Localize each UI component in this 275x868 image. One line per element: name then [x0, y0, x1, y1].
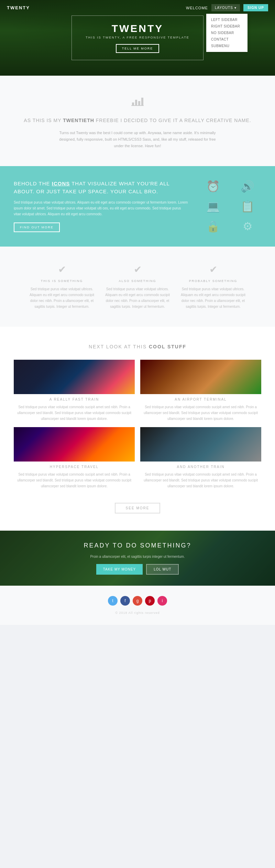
check-icon-2: ✔	[103, 264, 172, 275]
nav-right: WELCOME LAYOUTS ▾ LEFT SIDEBAR RIGHT SID…	[186, 4, 268, 11]
cta-heading: READY TO DO SOMETHING?	[84, 542, 191, 549]
twitter-icon[interactable]: t	[108, 596, 118, 606]
about-body: Turns out Twenty was the best I could co…	[58, 130, 217, 149]
feature-body-3: Sed tristique purus vitae volutpat ultri…	[179, 286, 248, 310]
cta-buttons: TAKE MY MONEY LOL WUT	[84, 564, 191, 575]
speaker-icon: 🔊	[241, 180, 254, 193]
about-heading-bold: TWENTIETH	[63, 118, 94, 123]
feature-body-2: Sed tristique purus vitae volutpat ultri…	[103, 286, 172, 310]
dropdown-item-no-sidebar[interactable]: NO SIDEBAR	[206, 30, 248, 36]
footer-copyright: © 2018 All rights reserved	[7, 611, 268, 615]
feature-item-1: ✔ THIS IS SOMETHING Sed tristique purus …	[28, 264, 96, 310]
chevron-down-icon: ▾	[234, 6, 236, 10]
gallery-item-4: AND ANOTHER TRAIN Sed tristique purus vi…	[140, 427, 261, 489]
cta-body: Proin a ullamcorper elit, et sagittis tu…	[84, 555, 191, 558]
footer: t f g p i © 2018 All rights reserved	[0, 586, 275, 625]
icons-heading-bold: ICONS	[52, 181, 70, 186]
dropdown-item-submenu[interactable]: SUBMENU	[206, 43, 248, 49]
svg-rect-4	[131, 105, 144, 106]
gallery-title-2: AN AIRPORT TERMINAL	[140, 398, 261, 401]
icons-grid: ⏰ 🔊 💻 📋 🔒 ⚙	[199, 180, 261, 233]
pinterest-icon[interactable]: p	[145, 596, 155, 606]
icons-left: BEHOLD THE ICONS THAT VISUALIZE WHAT YOU…	[14, 180, 189, 232]
cool-heading: NEXT LOOK AT THIS COOL STUFF	[14, 344, 261, 349]
cool-stuff-section: NEXT LOOK AT THIS COOL STUFF A REALLY FA…	[0, 327, 275, 531]
svg-rect-1	[135, 100, 137, 105]
google-icon[interactable]: g	[133, 596, 142, 606]
about-heading-pre: AS THIS IS MY	[24, 118, 63, 123]
layouts-button[interactable]: LAYOUTS ▾	[211, 4, 240, 11]
nav-welcome: WELCOME	[186, 6, 208, 10]
dropdown-item-left-sidebar[interactable]: LEFT SIDEBAR	[206, 17, 248, 23]
icons-heading: BEHOLD THE ICONS THAT VISUALIZE WHAT YOU…	[14, 180, 189, 195]
check-icon-1: ✔	[28, 264, 96, 275]
hero-box: TWENTY THIS IS TWENTY, A FREE RESPONSIVE…	[72, 15, 203, 60]
gallery-image-train3	[140, 427, 261, 462]
see-more-button[interactable]: SEE MORE	[115, 503, 161, 513]
icons-section: BEHOLD THE ICONS THAT VISUALIZE WHAT YOU…	[0, 166, 275, 247]
gallery-item-2: AN AIRPORT TERMINAL Sed tristique purus …	[140, 360, 261, 422]
feature-item-2: ✔ ALSO SOMETHING Sed tristique purus vit…	[103, 264, 172, 310]
feature-title-2: ALSO SOMETHING	[103, 279, 172, 283]
take-money-button[interactable]: TAKE MY MONEY	[96, 564, 143, 575]
svg-rect-2	[138, 101, 140, 105]
chart-icon	[14, 93, 261, 110]
about-heading: AS THIS IS MY TWENTIETH FREEBIE I DECIDE…	[14, 117, 261, 124]
gallery-title-3: HYPERSPACE TRAVEL	[14, 465, 135, 469]
hero-title: TWENTY	[86, 23, 189, 34]
cta-content: READY TO DO SOMETHING? Proin a ullamcorp…	[84, 542, 191, 575]
gallery-body-1: Sed tristique purus vitae volutpat commo…	[14, 404, 135, 422]
layouts-dropdown: LEFT SIDEBAR RIGHT SIDEBAR NO SIDEBAR CO…	[206, 14, 248, 52]
layouts-label: LAYOUTS	[215, 6, 233, 10]
gear-icon: ⚙	[243, 220, 253, 233]
clock-icon: ⏰	[206, 180, 220, 193]
tell-me-more-button[interactable]: TELL ME MORE	[116, 44, 160, 53]
feature-title-1: THIS IS SOMETHING	[28, 279, 96, 283]
lock-icon: 🔒	[206, 220, 220, 233]
gallery-image-train1	[14, 360, 135, 394]
cool-heading-pre: NEXT LOOK AT THIS	[89, 344, 149, 349]
navbar: TWENTY WELCOME LAYOUTS ▾ LEFT SIDEBAR RI…	[0, 0, 275, 15]
nav-logo: TWENTY	[7, 5, 30, 10]
about-heading-post: FREEBIE I DECIDED TO GIVE IT A REALLY CR…	[94, 118, 251, 123]
gallery-image-airport	[140, 360, 261, 394]
gallery-body-2: Sed tristique purus vitae volutpat commo…	[140, 404, 261, 422]
gallery-item-3: HYPERSPACE TRAVEL Sed tristique purus vi…	[14, 427, 135, 489]
feature-item-3: ✔ PROBABLY SOMETHING Sed tristique purus…	[179, 264, 248, 310]
cool-heading-bold: COOL STUFF	[149, 344, 186, 349]
instagram-icon[interactable]: i	[157, 596, 167, 606]
signup-button[interactable]: SIGN UP	[243, 4, 268, 11]
gallery-body-3: Sed tristique purus vitae volutpat commo…	[14, 471, 135, 489]
dropdown-item-right-sidebar[interactable]: RIGHT SIDEBAR	[206, 23, 248, 30]
icons-body: Sed tristique purus vitae volutpat ultri…	[14, 199, 189, 217]
icons-heading-pre: BEHOLD THE	[14, 181, 52, 186]
features-section: ✔ THIS IS SOMETHING Sed tristique purus …	[0, 247, 275, 327]
check-icon-3: ✔	[179, 264, 248, 275]
gallery-image-hyperspace	[14, 427, 135, 462]
lol-wut-button[interactable]: LOL WUT	[146, 564, 179, 575]
gallery-title-4: AND ANOTHER TRAIN	[140, 465, 261, 469]
gallery-title-1: A REALLY FAST TRAIN	[14, 398, 135, 401]
facebook-icon[interactable]: f	[120, 596, 130, 606]
laptop-icon: 💻	[206, 200, 220, 213]
feature-title-3: PROBABLY SOMETHING	[179, 279, 248, 283]
hero-subtitle: THIS IS TWENTY, A FREE RESPONSIVE TEMPLA…	[86, 36, 189, 39]
social-icons: t f g p i	[7, 596, 268, 606]
dropdown-item-contact[interactable]: CONTACT	[206, 36, 248, 43]
gallery-body-4: Sed tristique purus vitae volutpat commo…	[140, 471, 261, 489]
clipboard-icon: 📋	[241, 200, 254, 213]
hero-content: TWENTY THIS IS TWENTY, A FREE RESPONSIVE…	[72, 15, 203, 60]
svg-rect-0	[132, 102, 134, 105]
gallery-item-1: A REALLY FAST TRAIN Sed tristique purus …	[14, 360, 135, 422]
gallery-grid: A REALLY FAST TRAIN Sed tristique purus …	[14, 360, 261, 489]
svg-rect-3	[141, 98, 143, 105]
about-section: AS THIS IS MY TWENTIETH FREEBIE I DECIDE…	[0, 76, 275, 166]
feature-body-1: Sed tristique purus vitae volutpat ultri…	[28, 286, 96, 310]
cta-section: READY TO DO SOMETHING? Proin a ullamcorp…	[0, 531, 275, 586]
find-out-more-button[interactable]: FIND OUT MORE	[14, 223, 60, 232]
